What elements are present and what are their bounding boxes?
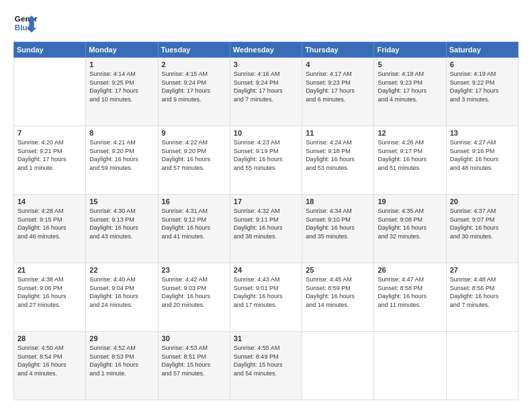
day-info: Sunrise: 4:47 AM Sunset: 8:58 PM Dayligh… [378,275,442,309]
calendar-cell: 22Sunrise: 4:40 AM Sunset: 9:04 PM Dayli… [86,263,158,332]
calendar-cell: 3Sunrise: 4:16 AM Sunset: 9:24 PM Daylig… [230,58,302,126]
day-info: Sunrise: 4:14 AM Sunset: 9:25 PM Dayligh… [89,70,154,103]
day-number: 20 [450,197,515,205]
calendar-body: 1Sunrise: 4:14 AM Sunset: 9:25 PM Daylig… [14,58,519,400]
weekday-header: Monday [86,42,158,58]
header: General Blue [13,11,519,35]
calendar-week-row: 14Sunrise: 4:28 AM Sunset: 9:15 PM Dayli… [14,195,519,263]
day-number: 18 [306,197,370,205]
day-number: 21 [17,266,82,274]
day-info: Sunrise: 4:17 AM Sunset: 9:23 PM Dayligh… [306,70,370,103]
day-info: Sunrise: 4:15 AM Sunset: 9:24 PM Dayligh… [162,70,226,103]
day-number: 5 [378,60,442,68]
day-number: 2 [162,60,226,68]
day-info: Sunrise: 4:26 AM Sunset: 9:17 PM Dayligh… [378,138,442,172]
calendar-cell: 14Sunrise: 4:28 AM Sunset: 9:15 PM Dayli… [14,195,86,263]
day-info: Sunrise: 4:55 AM Sunset: 8:49 PM Dayligh… [234,344,298,377]
calendar-cell: 13Sunrise: 4:27 AM Sunset: 9:16 PM Dayli… [446,126,518,195]
calendar-cell: 17Sunrise: 4:32 AM Sunset: 9:11 PM Dayli… [230,195,302,263]
weekday-header: Friday [374,42,446,58]
page: General Blue SundayMondayTuesdayWednesda… [0,0,532,411]
calendar-cell: 30Sunrise: 4:53 AM Sunset: 8:51 PM Dayli… [158,332,230,400]
calendar-cell: 23Sunrise: 4:42 AM Sunset: 9:03 PM Dayli… [158,263,230,332]
calendar-cell: 15Sunrise: 4:30 AM Sunset: 9:13 PM Dayli… [86,195,158,263]
day-number: 26 [378,266,442,274]
day-number: 12 [378,129,442,137]
day-number: 6 [450,60,515,68]
day-number: 17 [234,197,298,205]
calendar-cell: 1Sunrise: 4:14 AM Sunset: 9:25 PM Daylig… [86,58,158,126]
calendar-cell: 28Sunrise: 4:50 AM Sunset: 8:54 PM Dayli… [14,332,86,400]
day-info: Sunrise: 4:21 AM Sunset: 9:20 PM Dayligh… [89,138,154,172]
calendar-cell: 5Sunrise: 4:18 AM Sunset: 9:23 PM Daylig… [374,58,446,126]
day-number: 29 [89,334,154,342]
calendar-week-row: 21Sunrise: 4:38 AM Sunset: 9:06 PM Dayli… [14,263,519,332]
day-number: 23 [162,266,226,274]
calendar-cell: 2Sunrise: 4:15 AM Sunset: 9:24 PM Daylig… [158,58,230,126]
day-number: 25 [306,266,370,274]
day-number: 19 [378,197,442,205]
calendar-cell: 19Sunrise: 4:35 AM Sunset: 9:08 PM Dayli… [374,195,446,263]
calendar-table: SundayMondayTuesdayWednesdayThursdayFrid… [13,42,519,400]
logo-icon: General Blue [13,11,38,35]
day-info: Sunrise: 4:23 AM Sunset: 9:19 PM Dayligh… [234,138,298,172]
weekday-header: Saturday [446,42,518,58]
day-number: 24 [234,266,298,274]
day-number: 31 [234,334,298,342]
day-info: Sunrise: 4:42 AM Sunset: 9:03 PM Dayligh… [162,275,226,309]
day-number: 14 [17,197,82,205]
day-info: Sunrise: 4:37 AM Sunset: 9:07 PM Dayligh… [450,207,515,240]
day-info: Sunrise: 4:24 AM Sunset: 9:18 PM Dayligh… [306,138,370,172]
day-number: 11 [306,129,370,137]
day-number: 8 [89,129,154,137]
day-info: Sunrise: 4:53 AM Sunset: 8:51 PM Dayligh… [162,344,226,377]
calendar-header: SundayMondayTuesdayWednesdayThursdayFrid… [14,42,519,58]
day-info: Sunrise: 4:22 AM Sunset: 9:20 PM Dayligh… [162,138,226,172]
day-number: 10 [234,129,298,137]
logo: General Blue [13,11,38,35]
day-number: 13 [450,129,515,137]
calendar-cell: 4Sunrise: 4:17 AM Sunset: 9:23 PM Daylig… [302,58,374,126]
day-info: Sunrise: 4:40 AM Sunset: 9:04 PM Dayligh… [89,275,154,309]
weekday-row: SundayMondayTuesdayWednesdayThursdayFrid… [14,42,519,58]
calendar-cell: 11Sunrise: 4:24 AM Sunset: 9:18 PM Dayli… [302,126,374,195]
day-number: 1 [89,60,154,68]
day-info: Sunrise: 4:18 AM Sunset: 9:23 PM Dayligh… [378,70,442,103]
calendar-cell: 27Sunrise: 4:48 AM Sunset: 8:56 PM Dayli… [446,263,518,332]
day-info: Sunrise: 4:34 AM Sunset: 9:10 PM Dayligh… [306,207,370,240]
day-number: 15 [89,197,154,205]
day-number: 16 [162,197,226,205]
calendar-week-row: 28Sunrise: 4:50 AM Sunset: 8:54 PM Dayli… [14,332,519,400]
day-info: Sunrise: 4:28 AM Sunset: 9:15 PM Dayligh… [17,207,82,240]
weekday-header: Thursday [302,42,374,58]
day-info: Sunrise: 4:43 AM Sunset: 9:01 PM Dayligh… [234,275,298,309]
calendar-cell: 20Sunrise: 4:37 AM Sunset: 9:07 PM Dayli… [446,195,518,263]
calendar-cell: 25Sunrise: 4:45 AM Sunset: 8:59 PM Dayli… [302,263,374,332]
day-info: Sunrise: 4:30 AM Sunset: 9:13 PM Dayligh… [89,207,154,240]
calendar-cell: 16Sunrise: 4:31 AM Sunset: 9:12 PM Dayli… [158,195,230,263]
day-number: 27 [450,266,515,274]
day-info: Sunrise: 4:31 AM Sunset: 9:12 PM Dayligh… [162,207,226,240]
calendar-cell [302,332,374,400]
day-info: Sunrise: 4:50 AM Sunset: 8:54 PM Dayligh… [17,344,82,377]
calendar-cell: 24Sunrise: 4:43 AM Sunset: 9:01 PM Dayli… [230,263,302,332]
calendar-cell: 26Sunrise: 4:47 AM Sunset: 8:58 PM Dayli… [374,263,446,332]
calendar-cell: 7Sunrise: 4:20 AM Sunset: 9:21 PM Daylig… [14,126,86,195]
day-number: 7 [17,129,82,137]
day-info: Sunrise: 4:52 AM Sunset: 8:53 PM Dayligh… [89,344,154,377]
day-info: Sunrise: 4:45 AM Sunset: 8:59 PM Dayligh… [306,275,370,309]
day-info: Sunrise: 4:32 AM Sunset: 9:11 PM Dayligh… [234,207,298,240]
day-info: Sunrise: 4:35 AM Sunset: 9:08 PM Dayligh… [378,207,442,240]
day-number: 4 [306,60,370,68]
calendar-cell [14,58,86,126]
calendar-cell: 10Sunrise: 4:23 AM Sunset: 9:19 PM Dayli… [230,126,302,195]
calendar-cell: 21Sunrise: 4:38 AM Sunset: 9:06 PM Dayli… [14,263,86,332]
day-info: Sunrise: 4:16 AM Sunset: 9:24 PM Dayligh… [234,70,298,103]
day-info: Sunrise: 4:38 AM Sunset: 9:06 PM Dayligh… [17,275,82,309]
weekday-header: Tuesday [158,42,230,58]
calendar-cell: 8Sunrise: 4:21 AM Sunset: 9:20 PM Daylig… [86,126,158,195]
day-info: Sunrise: 4:20 AM Sunset: 9:21 PM Dayligh… [17,138,82,172]
calendar-week-row: 7Sunrise: 4:20 AM Sunset: 9:21 PM Daylig… [14,126,519,195]
day-number: 3 [234,60,298,68]
weekday-header: Wednesday [230,42,302,58]
